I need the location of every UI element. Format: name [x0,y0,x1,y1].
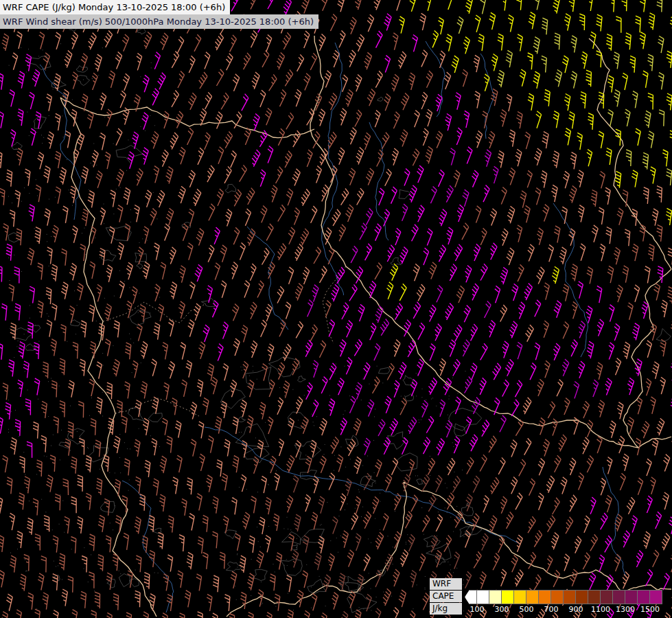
legend-color-scale [465,590,662,604]
legend-tick-label: 1100 [591,606,610,614]
title-cape: WRF CAPE (J/kg) Monday 13-10-2025 18:00 … [0,0,230,14]
legend-tick-label: 300 [495,606,509,614]
legend-arrow-cell [465,590,477,604]
map-titles: WRF CAPE (J/kg) Monday 13-10-2025 18:00 … [0,0,318,29]
legend-tick-label: 500 [520,606,534,614]
legend-color-cell [502,590,514,604]
legend-tick-label: 1300 [616,606,635,614]
weather-map: WRF CAPE (J/kg) Monday 13-10-2025 18:00 … [0,0,672,618]
cape-legend: WRF CAPE J/kg 10030050070090011001300150… [430,578,662,615]
legend-tick-row: 100300500700900110013001500 [465,605,662,615]
legend-color-cell [514,590,526,604]
wind-barbs [387,0,672,301]
legend-label-model: WRF [430,578,462,590]
legend-color-cell [613,590,625,604]
wind-barb-field [0,0,672,618]
title-wind-shear: WRF Wind shear (m/s) 500/1000hPa Monday … [0,14,318,29]
legend-tick-label: 100 [470,606,485,614]
legend-color-cell [539,590,551,604]
map-stipple [8,44,466,611]
legend-color-cell [625,590,638,604]
legend-scale-wrap: 100300500700900110013001500 [465,590,662,615]
legend-color-cell [601,590,613,604]
legend-color-cell [588,590,601,604]
legend-color-cell [489,590,502,604]
legend-label-unit: J/kg [430,603,462,615]
wind-barbs [308,148,599,455]
legend-color-cell [576,590,588,604]
legend-tick-label: 1500 [640,606,660,614]
legend-color-cell [650,590,662,604]
legend-color-cell [551,590,564,604]
legend-color-cell [526,590,539,604]
legend-label-parameter: CAPE [430,591,462,602]
legend-tick-label: 700 [544,606,559,614]
legend-tick-label: 900 [569,606,583,614]
legend-color-cell [564,590,576,604]
legend-label-column: WRF CAPE J/kg [430,578,462,615]
legend-color-cell [638,590,650,604]
legend-color-cell [477,590,489,604]
